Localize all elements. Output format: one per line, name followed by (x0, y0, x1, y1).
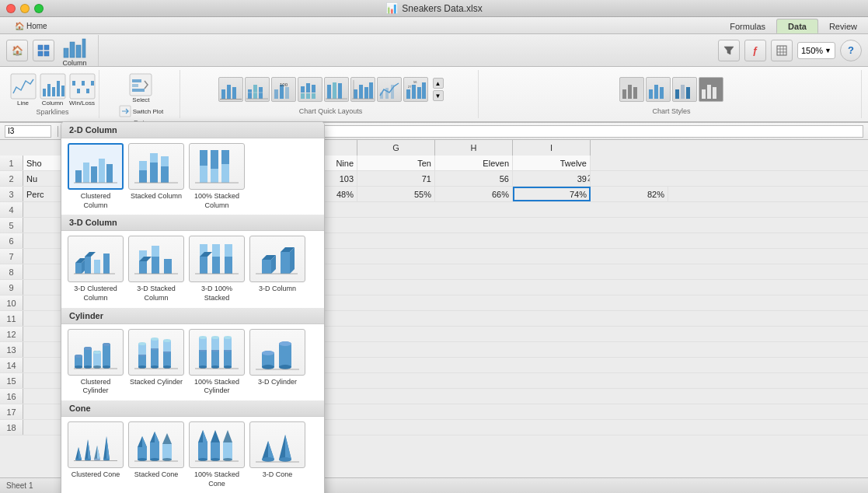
row-num-2[interactable]: 2 (0, 171, 23, 186)
svg-rect-141 (93, 352, 101, 367)
cell-3-ab[interactable]: Perc (23, 187, 62, 201)
row-num-14[interactable]: 14 (0, 358, 23, 372)
layout-thumb-7[interactable] (377, 77, 402, 102)
select-btn-container[interactable]: Select (129, 73, 152, 103)
row-num-13[interactable]: 13 (0, 342, 23, 357)
svg-rect-123 (225, 244, 232, 257)
svg-rect-154 (151, 348, 159, 367)
tab-home[interactable]: 🏠 Home (4, 19, 58, 33)
cell-1-h[interactable]: Eleven (435, 156, 513, 170)
svg-rect-22 (77, 89, 80, 93)
style-thumb-1[interactable] (619, 77, 644, 102)
row-num-8[interactable]: 8 (0, 264, 23, 279)
close-button[interactable] (6, 4, 16, 13)
row-num-15[interactable]: 15 (0, 373, 23, 388)
chart-item-3d-cone[interactable]: 3-D Cone (249, 421, 305, 488)
cell-2-ab[interactable]: Nu (23, 171, 62, 186)
row-num-1[interactable]: 1 (0, 156, 23, 170)
tab-formulas[interactable]: Formulas (719, 19, 776, 33)
cell-3-h[interactable]: 66% (435, 187, 513, 201)
sparklines-label: Sparklines (36, 108, 68, 116)
chart-item-clustered-column[interactable]: Clustered Column (68, 143, 124, 210)
chart-item-100pct-column[interactable]: 100% Stacked Column (189, 143, 245, 210)
svg-rect-62 (391, 85, 394, 99)
function-icon: ƒ (752, 44, 758, 56)
chart-item-stacked-cylinder[interactable]: Stacked Cylinder (128, 329, 184, 396)
chart-item-3d-clustered[interactable]: 3-D Clustered Column (68, 236, 124, 302)
chart-item-3d-cylinder[interactable]: 3-D Cylinder (249, 329, 305, 396)
svg-rect-97 (211, 150, 218, 169)
help-btn[interactable]: ? (840, 40, 862, 61)
layout-thumb-3[interactable]: 100 (271, 77, 296, 102)
tab-data[interactable]: Data (776, 19, 818, 33)
cell-1-g[interactable]: Ten (357, 156, 435, 170)
chart-item-3d-stacked[interactable]: 3-D Stacked Column (128, 236, 184, 302)
row-num-10[interactable]: 10 (0, 295, 23, 310)
row-num-18[interactable]: 18 (0, 420, 23, 435)
layout-prev-btn[interactable]: ▲ (433, 78, 444, 89)
cell-1-i[interactable]: Twelve (513, 156, 591, 170)
svg-rect-50 (327, 85, 331, 99)
row-num-3[interactable]: 3 (0, 187, 23, 201)
layout-thumb-1[interactable] (218, 77, 243, 102)
chart-item-clustered-cylinder[interactable]: Clustered Cylinder (68, 329, 124, 396)
clustered-cylinder-label: Clustered Cylinder (68, 378, 124, 396)
cell-2-i[interactable]: 39 (577, 174, 587, 184)
svg-rect-110 (139, 261, 147, 274)
zoom-value: 150% (801, 46, 823, 55)
row-num-16[interactable]: 16 (0, 389, 23, 404)
cell-1-ab[interactable]: Sho (23, 156, 62, 170)
maximize-button[interactable] (34, 4, 44, 13)
name-box[interactable]: I3 (5, 125, 51, 138)
function-btn[interactable]: ƒ (744, 40, 766, 61)
row-num-17[interactable]: 17 (0, 404, 23, 419)
column-chart-preview[interactable] (62, 34, 87, 59)
svg-rect-15 (43, 89, 46, 96)
chart-item-stacked-column[interactable]: Stacked Column (128, 143, 184, 210)
layout-thumb-6[interactable] (350, 77, 375, 102)
minimize-button[interactable] (20, 4, 30, 13)
row-num-6[interactable]: 6 (0, 233, 23, 248)
row-num-11[interactable]: 11 (0, 311, 23, 326)
filter-icon-btn[interactable] (718, 40, 740, 61)
cell-2-h[interactable]: 56 (435, 171, 513, 186)
row-num-4[interactable]: 4 (0, 202, 23, 217)
toolbar-icon-3[interactable] (771, 40, 793, 61)
toolbar-btn-grid[interactable] (33, 40, 54, 61)
tab-review[interactable]: Review (818, 19, 868, 33)
chart-item-clustered-cone[interactable]: Clustered Cone (68, 421, 124, 488)
zoom-selector[interactable]: 150% ▼ (797, 42, 835, 59)
layout-thumb-5[interactable] (324, 77, 349, 102)
style-thumb-2[interactable] (646, 77, 671, 102)
chart-item-100pct-cone[interactable]: 100% Stacked Cone (189, 421, 245, 488)
svg-text:56: 56 (413, 80, 417, 84)
sparkline-line-btn[interactable]: Line (10, 73, 37, 107)
col-header-h[interactable]: H (435, 140, 513, 156)
style-thumb-4[interactable] (699, 77, 723, 102)
chart-item-3d-100pct[interactable]: 3-D 100% Stacked (189, 236, 245, 302)
cell-overflow-pct[interactable]: 82% (591, 187, 668, 201)
layout-2-icon (246, 79, 268, 100)
sparkline-column-btn[interactable]: Column (40, 73, 66, 107)
row-num-9[interactable]: 9 (0, 280, 23, 295)
switch-plot-btn[interactable]: Switch Plot (119, 105, 164, 117)
chart-item-3d-column[interactable]: 3-D Column (249, 236, 305, 302)
col-header-g[interactable]: G (357, 140, 435, 156)
chart-item-100pct-cylinder[interactable]: 100% Stacked Cylinder (189, 329, 245, 396)
cell-2-g[interactable]: 71 (357, 171, 435, 186)
layout-thumb-2[interactable] (245, 77, 270, 102)
row-num-12[interactable]: 12 (0, 327, 23, 341)
col-header-i[interactable]: I (513, 140, 591, 156)
clustered-column-label: Clustered Column (68, 192, 124, 210)
chart-item-stacked-cone[interactable]: Stacked Cone (128, 421, 184, 488)
row-num-5[interactable]: 5 (0, 218, 23, 233)
toolbar-btn-1[interactable]: 🏠 (6, 40, 28, 61)
layout-thumb-8[interactable]: 27 56 (403, 77, 428, 102)
row-num-7[interactable]: 7 (0, 249, 23, 264)
cell-3-i[interactable]: 74% (513, 187, 591, 201)
layout-next-btn[interactable]: ▼ (433, 90, 444, 101)
sparkline-winloss-btn[interactable]: Win/Loss (69, 73, 96, 107)
style-thumb-3[interactable] (672, 77, 697, 102)
cell-3-g[interactable]: 55% (357, 187, 435, 201)
layout-thumb-4[interactable] (298, 77, 322, 102)
